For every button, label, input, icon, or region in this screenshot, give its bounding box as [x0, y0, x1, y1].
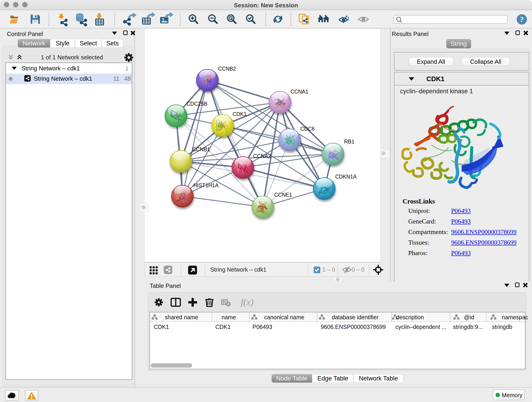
- svg-text:CCNA1: CCNA1: [291, 89, 308, 95]
- svg-text:RB1: RB1: [344, 139, 355, 145]
- svg-text:CDK1: CDK1: [233, 111, 247, 117]
- svg-text:CCNB2: CCNB2: [218, 66, 236, 72]
- svg-text:CDC6: CDC6: [300, 126, 315, 132]
- svg-text:CDKN1A: CDKN1A: [335, 174, 357, 180]
- svg-text:CCNE1: CCNE1: [274, 192, 292, 198]
- svg-text:CDC25B: CDC25B: [186, 101, 207, 107]
- svg-text:CCNA2: CCNA2: [253, 153, 271, 159]
- svg-text:f(x): f(x): [241, 297, 254, 307]
- svg-text:CCNB1: CCNB1: [192, 147, 210, 153]
- svg-text:HIST1H1A: HIST1H1A: [193, 182, 219, 188]
